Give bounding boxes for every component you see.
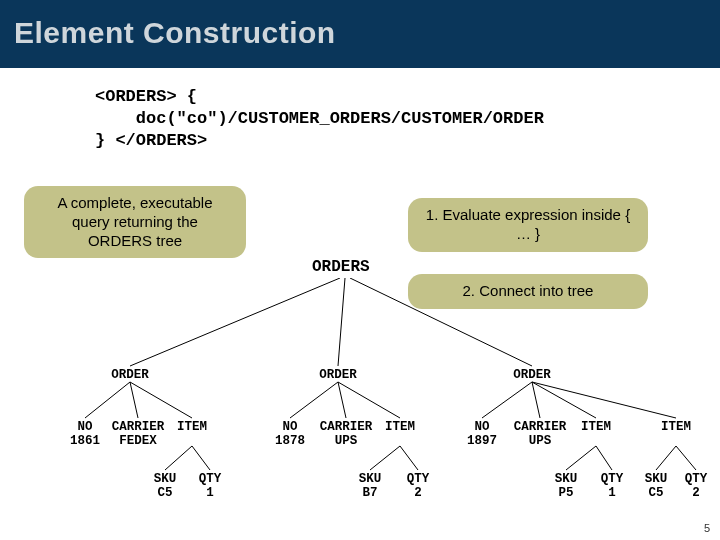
tree-diagram: ORDER NO 1861 CARRIER FEDEX ITEM SKU C5 … — [0, 278, 720, 518]
carrier-node: CARRIER UPS — [320, 420, 373, 449]
svg-line-11 — [370, 446, 400, 470]
slide-title: Element Construction — [0, 0, 720, 68]
order-node: ORDER — [319, 368, 357, 382]
svg-line-14 — [532, 382, 540, 418]
item-node: ITEM — [177, 420, 207, 434]
svg-line-17 — [566, 446, 596, 470]
carrier-node: CARRIER UPS — [514, 420, 567, 449]
qty-node: QTY 2 — [407, 472, 430, 501]
svg-line-15 — [532, 382, 596, 418]
svg-line-8 — [290, 382, 338, 418]
svg-line-10 — [338, 382, 400, 418]
svg-line-18 — [596, 446, 612, 470]
sku-node: SKU P5 — [555, 472, 578, 501]
qty-node: QTY 1 — [199, 472, 222, 501]
svg-line-13 — [482, 382, 532, 418]
callout-description: A complete, executable query returning t… — [24, 186, 246, 258]
svg-line-7 — [192, 446, 210, 470]
svg-line-0 — [130, 278, 340, 366]
sku-node: SKU C5 — [645, 472, 668, 501]
no-node: NO 1897 — [467, 420, 497, 449]
svg-line-5 — [130, 382, 192, 418]
svg-line-2 — [350, 278, 532, 366]
tree-root: ORDERS — [312, 258, 370, 276]
code-block: <ORDERS> { doc("co")/CUSTOMER_ORDERS/CUS… — [95, 86, 544, 152]
code-line-2: doc("co")/CUSTOMER_ORDERS/CUSTOMER/ORDER — [95, 109, 544, 128]
callout-step-1: 1. Evaluate expression inside { … } — [408, 198, 648, 252]
svg-line-6 — [165, 446, 192, 470]
no-node: NO 1861 — [70, 420, 100, 449]
sku-node: SKU B7 — [359, 472, 382, 501]
item-node: ITEM — [581, 420, 611, 434]
qty-node: QTY 1 — [601, 472, 624, 501]
svg-line-12 — [400, 446, 418, 470]
qty-node: QTY 2 — [685, 472, 708, 501]
sku-node: SKU C5 — [154, 472, 177, 501]
slide: Element Construction <ORDERS> { doc("co"… — [0, 0, 720, 540]
page-number: 5 — [704, 522, 710, 534]
svg-line-20 — [676, 446, 696, 470]
svg-line-4 — [130, 382, 138, 418]
svg-line-9 — [338, 382, 346, 418]
svg-line-1 — [338, 278, 345, 366]
code-line-3: } </ORDERS> — [95, 131, 207, 150]
item-node: ITEM — [661, 420, 691, 434]
carrier-node: CARRIER FEDEX — [112, 420, 165, 449]
svg-line-16 — [532, 382, 676, 418]
item-node: ITEM — [385, 420, 415, 434]
order-node: ORDER — [111, 368, 149, 382]
svg-line-3 — [85, 382, 130, 418]
code-line-1: <ORDERS> { — [95, 87, 197, 106]
order-node: ORDER — [513, 368, 551, 382]
no-node: NO 1878 — [275, 420, 305, 449]
svg-line-19 — [656, 446, 676, 470]
